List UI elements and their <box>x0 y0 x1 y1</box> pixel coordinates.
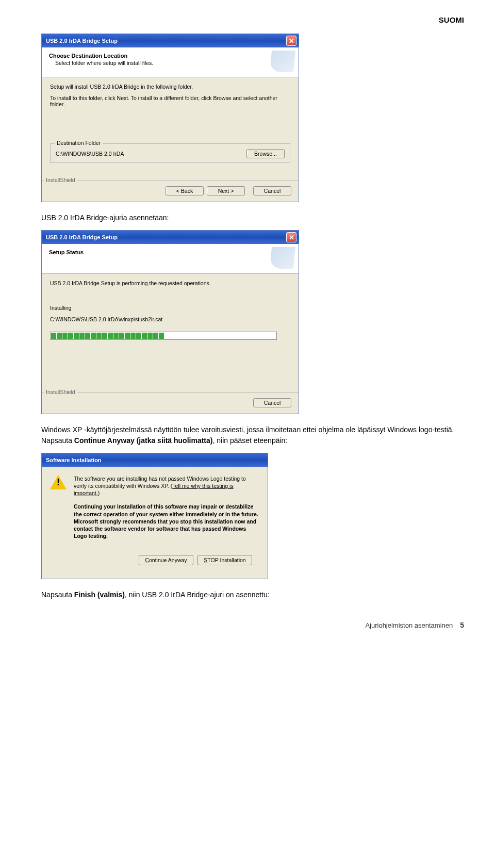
title-text: Software Installation <box>46 457 102 463</box>
continue-anyway-button[interactable]: Continue Anyway <box>139 555 193 565</box>
dialog-body: The software you are installing has not … <box>42 467 268 579</box>
warning-p1b: ) <box>98 490 100 496</box>
banner-title: Choose Destination Location <box>49 53 291 59</box>
titlebar: Software Installation <box>42 453 268 467</box>
continue-label: ontinue Anyway <box>149 557 187 563</box>
stop-installation-button[interactable]: STOP Installation <box>197 555 252 565</box>
warning-text: The software you are installing has not … <box>74 475 259 539</box>
banner-subtitle: Select folder where setup will install f… <box>55 60 291 66</box>
close-icon[interactable]: ✕ <box>286 232 296 242</box>
install-dialog-progress: USB 2.0 IrDA Bridge Setup ✕ Setup Status… <box>41 230 299 414</box>
titlebar: USB 2.0 IrDA Bridge Setup ✕ <box>42 231 299 244</box>
banner-title: Setup Status <box>49 249 291 255</box>
caption-warning: Windows XP -käyttöjärjestelmässä näyttöö… <box>41 424 464 446</box>
caption3-c: , niin USB 2.0 IrDA Bridge-ajuri on asen… <box>125 591 270 599</box>
brand-label: InstallShield <box>44 389 77 395</box>
dialog-footer: Continue Anyway STOP Installation <box>50 555 259 572</box>
progress-bar <box>50 332 277 340</box>
destination-legend: Destination Folder <box>55 140 103 146</box>
page-header-lang: SUOMI <box>41 15 464 24</box>
destination-path: C:\WINDOWS\USB 2.0 IrDA <box>56 151 124 157</box>
cancel-button[interactable]: Cancel <box>253 186 291 195</box>
banner-graphic-icon <box>266 51 294 74</box>
titlebar: USB 2.0 IrDA Bridge Setup ✕ <box>42 34 299 47</box>
cancel-button[interactable]: Cancel <box>253 398 291 407</box>
installing-label: Installing <box>50 305 290 311</box>
software-installation-dialog: Software Installation The software you a… <box>41 453 268 579</box>
page-number: 5 <box>460 621 464 629</box>
dialog-body: Setup will install USB 2.0 IrDA Bridge i… <box>42 77 299 181</box>
back-button[interactable]: < Back <box>166 186 204 195</box>
caption-text-c: , niin pääset eteenpäin: <box>212 436 287 445</box>
footer-label: Ajuriohjelmiston asentaminen <box>365 621 453 629</box>
warning-icon <box>50 475 67 490</box>
title-text: USB 2.0 IrDA Bridge Setup <box>46 234 118 240</box>
close-icon[interactable]: ✕ <box>286 36 296 46</box>
browse-button[interactable]: Browse... <box>246 149 285 158</box>
warning-bold: Continuing your installation of this sof… <box>74 503 259 539</box>
status-line: USB 2.0 IrDA Bridge Setup is performing … <box>50 280 290 286</box>
caption-finish: Napsauta Finish (valmis), niin USB 2.0 I… <box>41 589 464 600</box>
banner-graphic-icon <box>266 247 294 271</box>
next-button[interactable]: Next > <box>207 186 245 195</box>
caption3-b: Finish (valmis) <box>74 591 125 599</box>
install-dialog-destination: USB 2.0 IrDA Bridge Setup ✕ Choose Desti… <box>41 34 299 202</box>
body-line-2: To install to this folder, click Next. T… <box>50 95 290 107</box>
dialog-footer: InstallShield Cancel <box>42 392 299 414</box>
caption-installing: USB 2.0 IrDA Bridge-ajuria asennetaan: <box>41 212 464 223</box>
caption-text-b: Continue Anyway (jatka siitä huolimatta) <box>74 436 213 445</box>
caption3-a: Napsauta <box>41 591 74 599</box>
brand-label: InstallShield <box>44 177 77 183</box>
stop-label: TOP Installation <box>207 557 245 563</box>
page-footer: Ajuriohjelmiston asentaminen 5 <box>41 621 464 629</box>
banner: Choose Destination Location Select folde… <box>42 47 299 77</box>
dialog-body: USB 2.0 IrDA Bridge Setup is performing … <box>42 274 299 392</box>
destination-group: Destination Folder C:\WINDOWS\USB 2.0 Ir… <box>50 143 290 163</box>
body-line-1: Setup will install USB 2.0 IrDA Bridge i… <box>50 84 290 90</box>
installing-path: C:\WINDOWS\USB 2.0 IrDA\winxp\stusb2ir.c… <box>50 316 290 322</box>
banner: Setup Status <box>42 244 299 274</box>
title-text: USB 2.0 IrDA Bridge Setup <box>46 38 118 44</box>
dialog-footer: InstallShield < Back Next > Cancel <box>42 181 299 202</box>
